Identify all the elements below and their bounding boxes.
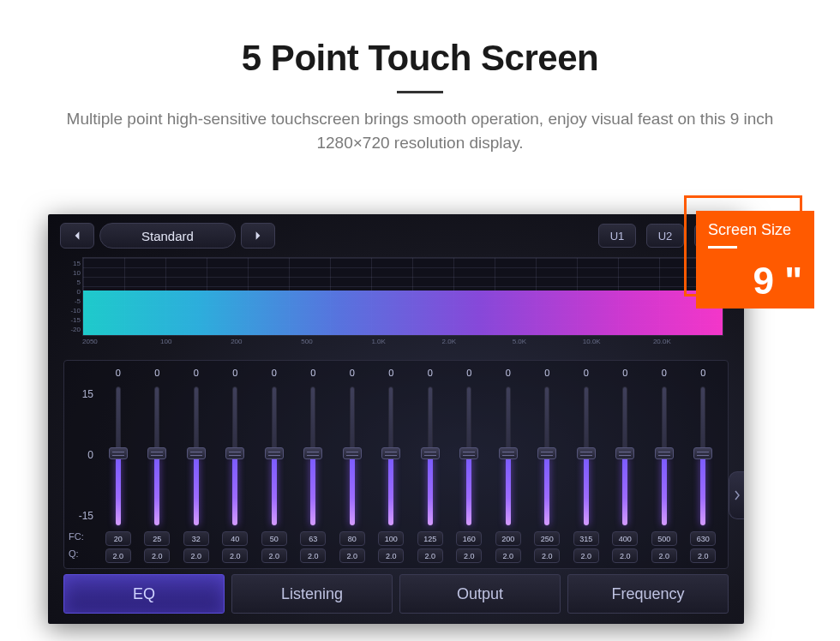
band-slider-knob[interactable]: [225, 447, 244, 459]
band-q-value[interactable]: 2.0: [456, 548, 482, 563]
band-slider-knob[interactable]: [459, 447, 478, 459]
expand-handle[interactable]: [729, 471, 744, 519]
band-fc-value[interactable]: 25: [144, 531, 170, 546]
band-gain-value: 0: [584, 368, 589, 381]
band-gain-value: 0: [232, 368, 237, 381]
band-slider[interactable]: [194, 386, 199, 526]
band-q-value[interactable]: 2.0: [495, 548, 521, 563]
band-slider-knob[interactable]: [615, 447, 634, 459]
spectrum-display: [82, 257, 723, 336]
band-fc-value[interactable]: 20: [105, 531, 131, 546]
band-slider-knob[interactable]: [265, 447, 284, 459]
band-slider[interactable]: [700, 386, 705, 526]
preset-prev-button[interactable]: [60, 223, 94, 249]
band-q-value[interactable]: 2.0: [339, 548, 365, 563]
band-slider-fill: [232, 457, 237, 526]
band-slider-knob[interactable]: [577, 447, 596, 459]
preset-next-button[interactable]: [241, 223, 275, 249]
scale-max: 15: [82, 388, 93, 400]
band-slider-knob[interactable]: [303, 447, 322, 459]
band-q-value[interactable]: 2.0: [534, 548, 560, 563]
tab-eq[interactable]: EQ: [63, 574, 225, 614]
band-fc-value[interactable]: 160: [456, 531, 482, 546]
band-slider-knob[interactable]: [499, 447, 518, 459]
band-q-value[interactable]: 2.0: [222, 548, 248, 563]
band-q-value[interactable]: 2.0: [612, 548, 638, 563]
band-fc-value[interactable]: 80: [339, 531, 365, 546]
band-fc-value[interactable]: 200: [495, 531, 521, 546]
preset-name[interactable]: Standard: [99, 223, 236, 249]
band-slider[interactable]: [428, 386, 433, 526]
band-slider[interactable]: [622, 386, 627, 526]
band-q-value[interactable]: 2.0: [105, 548, 131, 563]
band-fc-value[interactable]: 250: [534, 531, 560, 546]
band-slider[interactable]: [310, 386, 315, 526]
band-q-value[interactable]: 2.0: [300, 548, 326, 563]
band-fc-value[interactable]: 32: [183, 531, 209, 546]
band-slider-knob[interactable]: [381, 447, 400, 459]
band-slider-knob[interactable]: [187, 447, 206, 459]
spectrum-x-tick: 500: [301, 338, 371, 345]
band-q-value[interactable]: 2.0: [651, 548, 677, 563]
band-slider[interactable]: [232, 386, 237, 526]
band-slider-knob[interactable]: [109, 447, 128, 459]
band-slider[interactable]: [544, 386, 549, 526]
q-row-label: Q:: [69, 545, 84, 562]
band-slider-fill: [466, 457, 471, 526]
band-gain-value: 0: [310, 368, 315, 381]
band-q-value[interactable]: 2.0: [417, 548, 443, 563]
band-slider[interactable]: [662, 386, 667, 526]
band-fc-value[interactable]: 500: [651, 531, 677, 546]
callout-value: 9 ": [708, 262, 802, 300]
eq-band: 05002.0: [645, 368, 684, 563]
band-fc-value[interactable]: 315: [573, 531, 599, 546]
user-preset-u2[interactable]: U2: [646, 224, 684, 248]
band-slider-knob[interactable]: [147, 447, 166, 459]
tab-output[interactable]: Output: [399, 574, 561, 614]
band-slider[interactable]: [116, 386, 121, 526]
band-slider[interactable]: [388, 386, 393, 526]
band-slider[interactable]: [154, 386, 159, 526]
tab-listening[interactable]: Listening: [231, 574, 393, 614]
scale-min: -15: [79, 510, 93, 522]
band-q-value[interactable]: 2.0: [573, 548, 599, 563]
band-fc-value[interactable]: 100: [378, 531, 404, 546]
band-q-value[interactable]: 2.0: [183, 548, 209, 563]
band-slider[interactable]: [350, 386, 355, 526]
user-preset-u1[interactable]: U1: [598, 224, 636, 248]
band-slider-knob[interactable]: [537, 447, 556, 459]
band-slider[interactable]: [506, 386, 511, 526]
fc-row-label: FC:: [69, 528, 84, 545]
band-q-value[interactable]: 2.0: [261, 548, 287, 563]
band-fc-value[interactable]: 50: [261, 531, 287, 546]
band-slider[interactable]: [466, 386, 471, 526]
band-fc-value[interactable]: 125: [417, 531, 443, 546]
band-slider-knob[interactable]: [693, 447, 712, 459]
band-q-value[interactable]: 2.0: [690, 548, 716, 563]
band-q-value[interactable]: 2.0: [378, 548, 404, 563]
band-gain-value: 0: [506, 368, 511, 381]
band-gain-value: 0: [388, 368, 393, 381]
spectrum-x-tick: 10.0K: [583, 338, 653, 345]
chevron-left-icon: [72, 231, 82, 241]
band-gain-value: 0: [272, 368, 277, 381]
spectrum-x-tick: 20.0K: [653, 338, 723, 345]
eq-band: 01252.0: [411, 368, 450, 563]
band-fc-value[interactable]: 40: [222, 531, 248, 546]
band-q-value[interactable]: 2.0: [144, 548, 170, 563]
band-slider-knob[interactable]: [655, 447, 674, 459]
eq-band: 0322.0: [177, 368, 216, 563]
band-slider-fill: [388, 457, 393, 526]
spectrum-x-tick: 50: [90, 338, 160, 345]
band-fc-value[interactable]: 400: [612, 531, 638, 546]
band-slider[interactable]: [584, 386, 589, 526]
band-slider-fill: [622, 457, 627, 526]
tab-frequency[interactable]: Frequency: [567, 574, 729, 614]
spectrum-y-tick: -5: [67, 297, 81, 306]
band-slider[interactable]: [272, 386, 277, 526]
band-fc-value[interactable]: 630: [690, 531, 716, 546]
band-slider-knob[interactable]: [421, 447, 440, 459]
eq-band: 0252.0: [138, 368, 177, 563]
band-fc-value[interactable]: 63: [300, 531, 326, 546]
band-slider-knob[interactable]: [343, 447, 362, 459]
